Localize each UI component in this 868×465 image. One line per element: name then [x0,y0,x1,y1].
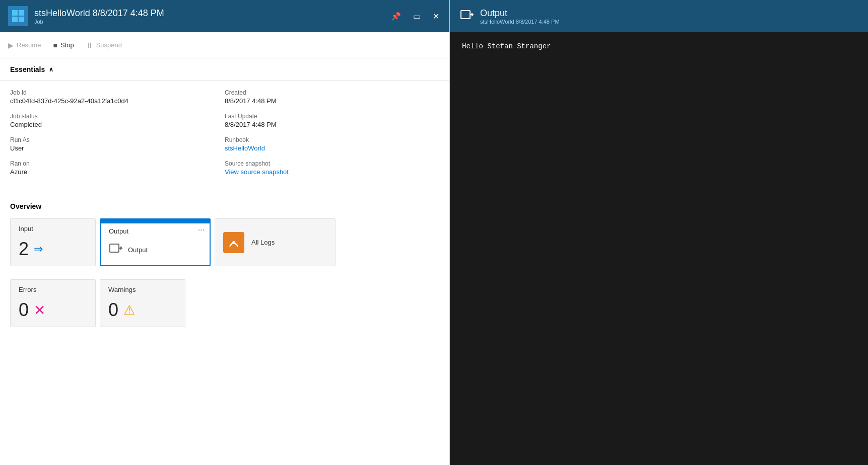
svg-rect-6 [461,11,470,19]
field-source-snapshot: Source snapshot View source snapshot [225,160,439,176]
input-count: 2 [19,239,29,260]
stop-button[interactable]: ■ Stop [53,39,74,51]
all-logs-card[interactable]: All Logs [215,218,336,266]
output-text: Hello Stefan Stranger [462,42,551,50]
content-area: Essentials ∧ Job Id cf1c04fd-837d-425c-9… [0,58,449,465]
essentials-right-col: Created 8/8/2017 4:48 PM Last Update 8/8… [225,89,439,184]
output-panel-subtitle: stsHelloWorld 8/8/2017 4:48 PM [480,19,560,25]
essentials-content: Job Id cf1c04fd-837d-425c-92a2-40a12fa1c… [0,81,449,192]
title-sub: Job [34,19,164,25]
output-card-title: Output [109,227,202,235]
all-logs-icon [223,232,244,253]
created-value: 8/8/2017 4:48 PM [225,97,439,105]
title-main: stsHelloWorld 8/8/2017 4:48 PM [34,8,164,19]
output-card-content: Output [109,241,202,259]
output-card-dots[interactable]: ··· [198,225,205,235]
warnings-content: 0 ⚠ [108,299,177,321]
errors-count: 0 [19,299,29,321]
resume-icon: ▶ [8,41,14,49]
overview-title: Overview [10,202,439,210]
title-bar: stsHelloWorld 8/8/2017 4:48 PM Job 📌 ▭ ✕ [0,0,449,32]
created-label: Created [225,89,439,96]
svg-rect-4 [110,244,119,252]
errors-content: 0 ✕ [19,299,87,321]
last-update-value: 8/8/2017 4:48 PM [225,121,439,128]
warnings-count: 0 [108,299,118,321]
title-text-block: stsHelloWorld 8/8/2017 4:48 PM Job [34,8,164,25]
output-content-area: Hello Stefan Stranger [450,32,868,465]
input-arrow-icon: ⇒ [34,243,43,256]
field-runbook: Runbook stsHelloWorld [225,136,439,152]
output-icon [109,241,123,259]
run-as-label: Run As [10,136,225,143]
close-button[interactable]: ✕ [431,10,441,23]
toolbar: ▶ Resume ■ Stop ⏸ Suspend [0,32,449,58]
app-icon [8,6,28,26]
chevron-up-icon: ∧ [49,66,53,73]
input-card-title: Input [19,225,87,232]
essentials-left-col: Job Id cf1c04fd-837d-425c-92a2-40a12fa1c… [10,89,225,184]
maximize-button[interactable]: ▭ [411,10,423,23]
essentials-title: Essentials [10,65,45,73]
title-bar-left: stsHelloWorld 8/8/2017 4:48 PM Job [8,6,164,26]
all-logs-label: All Logs [251,239,275,246]
right-panel: Output stsHelloWorld 8/8/2017 4:48 PM He… [450,0,868,465]
job-status-label: Job status [10,113,225,120]
right-title-text: Output stsHelloWorld 8/8/2017 4:48 PM [480,8,560,25]
field-ran-on: Ran on Azure [10,160,225,176]
overview-section: Overview Input 2 ⇒ ··· Output [0,192,449,271]
errors-card[interactable]: Errors 0 ✕ [10,279,96,327]
svg-rect-0 [12,10,18,16]
last-update-label: Last Update [225,113,439,120]
output-label: Output [128,246,148,254]
right-title-bar: Output stsHelloWorld 8/8/2017 4:48 PM [450,0,868,32]
output-panel-icon [460,8,474,25]
input-card[interactable]: Input 2 ⇒ [10,218,96,266]
output-card[interactable]: ··· Output Output [100,218,211,266]
stop-icon: ■ [53,41,57,49]
overview-cards: Input 2 ⇒ ··· Output [10,218,439,266]
job-id-value: cf1c04fd-837d-425c-92a2-40a12fa1c0d4 [10,97,225,105]
warnings-card[interactable]: Warnings 0 ⚠ [100,279,185,327]
runbook-label: Runbook [225,136,439,143]
warning-triangle-icon: ⚠ [123,302,135,318]
warnings-title: Warnings [108,286,177,293]
field-job-id: Job Id cf1c04fd-837d-425c-92a2-40a12fa1c… [10,89,225,105]
suspend-button[interactable]: ⏸ Suspend [86,39,122,51]
pin-button[interactable]: 📌 [389,10,403,23]
resume-label: Resume [17,41,41,49]
job-id-label: Job Id [10,89,225,96]
suspend-label: Suspend [96,41,122,49]
essentials-header[interactable]: Essentials ∧ [0,58,449,81]
output-panel-title: Output [480,8,560,19]
suspend-icon: ⏸ [86,41,93,49]
view-source-snapshot-link[interactable]: View source snapshot [225,168,289,176]
source-snapshot-label: Source snapshot [225,160,439,167]
ran-on-label: Ran on [10,160,225,167]
resume-button[interactable]: ▶ Resume [8,39,41,51]
error-x-icon: ✕ [34,302,45,319]
errors-title: Errors [19,286,87,293]
svg-rect-2 [12,17,18,22]
ran-on-value: Azure [10,168,225,176]
left-panel: stsHelloWorld 8/8/2017 4:48 PM Job 📌 ▭ ✕… [0,0,450,465]
field-run-as: Run As User [10,136,225,152]
field-created: Created 8/8/2017 4:48 PM [225,89,439,105]
svg-rect-3 [19,17,24,22]
input-card-content: 2 ⇒ [19,239,87,260]
runbook-link[interactable]: stsHelloWorld [225,144,265,152]
field-job-status: Job status Completed [10,113,225,128]
stop-label: Stop [60,41,74,49]
run-as-value: User [10,144,225,152]
job-status-value: Completed [10,121,225,128]
title-bar-right: 📌 ▭ ✕ [389,10,441,23]
bottom-cards: Errors 0 ✕ Warnings 0 ⚠ [0,271,449,335]
svg-rect-1 [19,10,24,16]
field-last-update: Last Update 8/8/2017 4:48 PM [225,113,439,128]
